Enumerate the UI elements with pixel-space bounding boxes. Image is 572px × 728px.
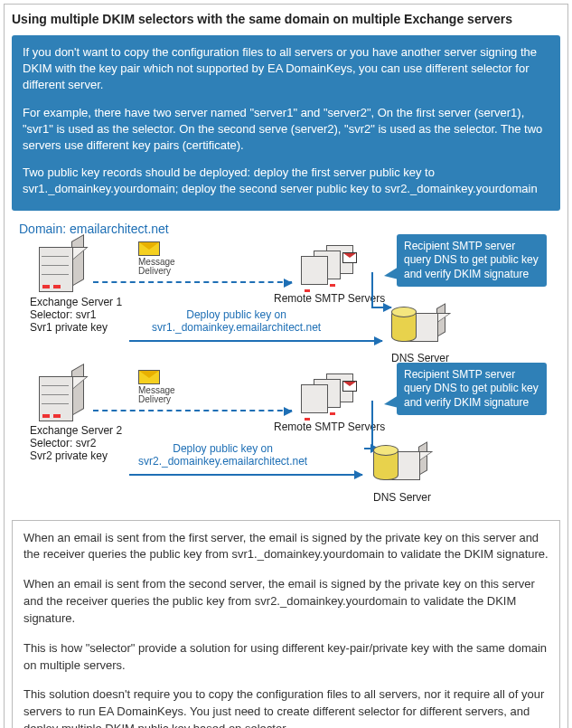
message-delivery-label-1: Message Delivery (138, 258, 175, 276)
intro-paragraph-2: For example, there have two server named… (23, 105, 549, 155)
dns-server-icon-1 (391, 304, 445, 354)
exchange-2-name: Exchange Server 2 (30, 424, 122, 437)
exchange-2-key: Svr2 private key (30, 449, 122, 462)
exchange-server-1-icon (39, 238, 84, 292)
callout-2-text: Recipient SMTP server query DNS to get p… (404, 368, 539, 409)
arrow-deploy-1 (129, 340, 382, 342)
exchange-2-selector: Selector: svr2 (30, 437, 122, 449)
arrow-msg-2 (93, 410, 292, 411)
body-paragraph-2: When an email is sent from the second se… (23, 576, 549, 628)
exchange-2-labels: Exchange Server 2 Selector: svr2 Svr2 pr… (30, 424, 122, 463)
document-frame: Using multiple DKIM selectors with the s… (4, 4, 568, 728)
deploy-label-2: Deploy public key on svr2._domainkey.ema… (138, 442, 307, 468)
intro-paragraph-1: If you don't want to copy the configurat… (23, 44, 549, 94)
body-paragraph-4: This solution doesn't require you to cop… (23, 686, 549, 728)
exchange-1-selector: Selector: svr1 (30, 308, 122, 321)
callout-2: Recipient SMTP server query DNS to get p… (397, 363, 547, 416)
exchange-server-2-icon (39, 367, 84, 421)
remote-smtp-label-2: Remote SMTP Servers (274, 421, 385, 433)
dkim-diagram: Domain: emailarchitect.net Exchange Serv… (12, 218, 560, 516)
arrow-msg-1 (93, 281, 292, 283)
message-delivery-label-2: Message Delivery (138, 386, 175, 404)
deploy-label-1: Deploy public key on svr1._domainkey.ema… (152, 308, 321, 335)
callout-1-text: Recipient SMTP server query DNS to get p… (404, 240, 539, 280)
intro-paragraph-3: Two public key records should be deploye… (23, 165, 549, 197)
intro-box: If you don't want to copy the configurat… (12, 35, 560, 211)
remote-smtp-label-1: Remote SMTP Servers (274, 292, 385, 305)
arrow-smtp-dns-1 (371, 307, 391, 308)
dns-server-icon-2 (373, 442, 427, 492)
callout-1: Recipient SMTP server query DNS to get p… (397, 234, 547, 288)
dns-label-2: DNS Server (373, 491, 431, 504)
exchange-1-labels: Exchange Server 1 Selector: svr1 Svr1 pr… (30, 296, 122, 335)
remote-smtp-icon-1 (301, 245, 355, 290)
body-text-box: When an email is sent from the first ser… (12, 520, 560, 729)
domain-label: Domain: emailarchitect.net (19, 222, 169, 236)
exchange-1-name: Exchange Server 1 (30, 296, 122, 308)
body-paragraph-3: This is how "selector" provide a solutio… (23, 640, 549, 675)
page-title: Using multiple DKIM selectors with the s… (12, 12, 560, 26)
mail-icon-1 (138, 241, 160, 256)
mail-icon-2 (138, 370, 160, 384)
exchange-1-key: Svr1 private key (30, 321, 122, 334)
body-paragraph-1: When an email is sent from the first ser… (23, 530, 549, 564)
remote-smtp-icon-2 (301, 373, 355, 419)
arrow-deploy-2 (129, 474, 362, 476)
